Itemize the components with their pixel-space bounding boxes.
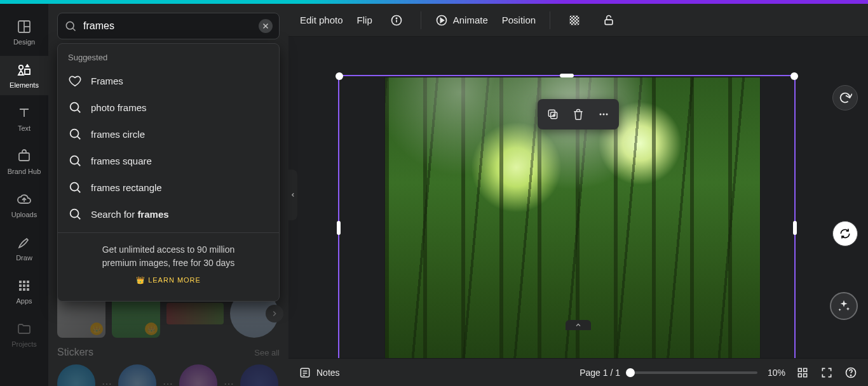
delete-button[interactable] (567, 103, 590, 126)
zoom-value[interactable]: 10% (768, 368, 785, 378)
resize-handle-left[interactable] (337, 221, 341, 235)
duplicate-button[interactable] (541, 103, 564, 126)
suggestion-frames-circle[interactable]: frames circle (58, 121, 279, 147)
suggestion-search-for-frames[interactable]: Search for frames (58, 201, 279, 227)
section-header-stickers: Stickers See all (57, 347, 280, 358)
rail-uploads[interactable]: Uploads (0, 185, 48, 225)
refresh-sparkle-icon (838, 91, 852, 105)
rail-text[interactable]: Text (0, 99, 48, 138)
position-button[interactable]: Position (502, 15, 536, 25)
layout-icon (17, 19, 32, 34)
premium-badge-icon: 👑 (90, 323, 103, 335)
sticker-thumbnail[interactable] (240, 364, 278, 386)
grid-icon (17, 278, 32, 293)
flip-button[interactable]: Flip (357, 15, 372, 25)
page-indicator[interactable]: Page 1 / 1 (580, 368, 620, 378)
thumbnail-next-button[interactable] (266, 305, 283, 323)
canvas-viewport[interactable] (288, 37, 868, 358)
svg-rect-9 (23, 284, 25, 287)
pencil-icon (17, 235, 32, 250)
suggestion-frames-rectangle[interactable]: frames rectangle (58, 174, 279, 201)
suggestions-heading: Suggested (58, 44, 279, 67)
svg-rect-13 (27, 288, 29, 291)
suggestion-frames-square[interactable]: frames square (58, 147, 279, 174)
suggestion-photo-frames[interactable]: photo frames (58, 94, 279, 121)
svg-rect-49 (804, 368, 807, 371)
rail-elements[interactable]: Elements (0, 56, 48, 95)
edit-photo-button[interactable]: Edit photo (300, 15, 343, 25)
thumbnail[interactable] (166, 303, 224, 324)
svg-rect-8 (19, 284, 22, 287)
resize-handle-top[interactable] (560, 74, 574, 77)
help-icon (844, 366, 857, 379)
search-suggestions-dropdown: Suggested Frames photo frames frames cir… (57, 43, 280, 302)
svg-marker-32 (440, 18, 444, 22)
search-input[interactable] (83, 20, 252, 32)
zoom-slider[interactable] (630, 371, 757, 374)
svg-point-53 (850, 375, 851, 375)
panel-collapse-handle[interactable] (288, 170, 297, 220)
rail-draw[interactable]: Draw (0, 229, 48, 268)
svg-point-18 (71, 103, 79, 111)
clear-search-button[interactable] (259, 19, 273, 33)
rail-projects[interactable]: Projects (0, 315, 48, 354)
sticker-more[interactable]: ⋯ (163, 378, 173, 387)
sticker-more[interactable]: ⋯ (102, 378, 112, 387)
right-float-mid (832, 221, 858, 246)
svg-line-23 (78, 163, 80, 166)
svg-rect-5 (19, 281, 22, 283)
svg-point-43 (606, 114, 608, 116)
svg-line-21 (78, 136, 80, 139)
right-float-top (832, 85, 858, 110)
chevron-right-icon (270, 309, 279, 318)
svg-rect-50 (798, 373, 801, 376)
animate-button[interactable]: Animate (435, 14, 488, 27)
svg-line-15 (73, 29, 76, 31)
rail-apps[interactable]: Apps (0, 272, 48, 311)
svg-line-25 (78, 190, 80, 192)
fullscreen-button[interactable] (820, 366, 834, 380)
svg-point-24 (71, 183, 79, 191)
learn-more-link[interactable]: 👑 LEARN MORE (68, 275, 269, 286)
suggestion-frames[interactable]: Frames (58, 67, 279, 94)
help-button[interactable] (844, 366, 858, 380)
info-button[interactable] (386, 10, 407, 30)
resize-handle-right[interactable] (793, 221, 797, 235)
sparkle-icon (837, 299, 851, 313)
slider-track[interactable] (630, 371, 757, 374)
sticker-thumbnail[interactable] (118, 364, 156, 386)
page-list-expand[interactable] (566, 320, 591, 330)
svg-rect-51 (804, 373, 807, 376)
resize-handle-tl[interactable] (336, 72, 343, 80)
sticker-thumbnail[interactable] (179, 364, 217, 386)
regenerate-button[interactable] (832, 85, 858, 110)
elements-panel: Suggested Frames photo frames frames cir… (48, 4, 288, 386)
chevron-left-icon (290, 192, 296, 198)
fullscreen-icon (820, 366, 833, 379)
grid-view-button[interactable] (796, 366, 810, 380)
sync-icon (839, 227, 851, 240)
rail-brandhub[interactable]: Brand Hub (0, 142, 48, 182)
see-all-stickers[interactable]: See all (254, 348, 280, 357)
notes-button[interactable]: Notes (299, 366, 340, 379)
rail-design[interactable]: Design (0, 13, 48, 52)
duplicate-icon (546, 108, 559, 121)
resize-handle-tr[interactable] (790, 72, 798, 80)
svg-point-42 (603, 114, 605, 116)
promo-line: premium images, free for 30 days (68, 256, 269, 270)
magic-button[interactable] (830, 292, 858, 320)
transparency-button[interactable] (564, 10, 585, 30)
sync-button[interactable] (832, 221, 858, 246)
app-root: Design Elements Text Brand Hub Uploads D… (0, 0, 868, 386)
svg-line-27 (78, 216, 80, 219)
svg-point-22 (71, 156, 79, 164)
sticker-thumbnail[interactable] (57, 364, 95, 386)
svg-rect-35 (570, 15, 580, 25)
more-options-button[interactable] (592, 103, 615, 126)
bottom-bar: Notes Page 1 / 1 10% (288, 358, 868, 386)
lock-button[interactable] (599, 10, 619, 30)
context-toolbar: Edit photo Flip Animate Position (288, 4, 868, 37)
slider-knob[interactable] (626, 368, 635, 377)
sticker-more[interactable]: ⋯ (224, 378, 234, 387)
sticker-row: ⋯ ⋯ ⋯ (57, 364, 280, 386)
